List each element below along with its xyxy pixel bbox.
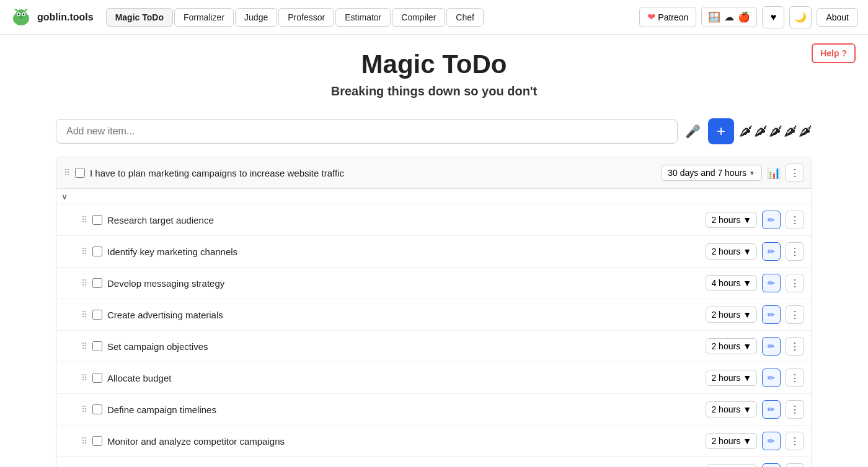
subtask-checkbox[interactable]	[92, 404, 102, 414]
patreon-button[interactable]: ❤ Patreon	[639, 7, 696, 27]
mic-button[interactable]: 🎤	[683, 121, 703, 141]
chevron-down-icon: ▼	[743, 278, 751, 288]
subtask-row: ⠿ Test different marketing approaches 3 …	[56, 457, 812, 467]
chili-3[interactable]: 🌶	[769, 123, 782, 139]
subtask-more-button[interactable]: ⋮	[786, 305, 804, 324]
chili-2[interactable]: 🌶	[754, 123, 768, 139]
chevron-down-icon: ▼	[743, 404, 751, 414]
chevron-down-icon: ▼	[743, 436, 751, 446]
subtask-time-dropdown[interactable]: 2 hours ▼	[706, 401, 757, 417]
drag-handle[interactable]: ⠿	[81, 436, 87, 446]
subtask-edit-button[interactable]: ✏	[762, 242, 781, 261]
subtask-edit-button[interactable]: ✏	[762, 463, 781, 467]
subtask-more-button[interactable]: ⋮	[786, 337, 804, 356]
subtask-more-button[interactable]: ⋮	[786, 432, 804, 450]
chili-4[interactable]: 🌶	[784, 123, 797, 139]
about-button[interactable]: About	[817, 8, 858, 27]
subtask-checkbox[interactable]	[92, 215, 102, 225]
subtask-edit-button[interactable]: ✏	[762, 400, 781, 419]
subtask-time-dropdown[interactable]: 4 hours ▼	[706, 275, 757, 291]
parent-time-dropdown[interactable]: 30 days and 7 hours ▼	[661, 165, 762, 181]
windows-icon: 🪟	[708, 11, 720, 23]
subtask-label: Set campaign objectives	[107, 341, 701, 352]
heart-button[interactable]: ♥	[762, 6, 784, 28]
subtask-time-value: 2 hours	[711, 310, 740, 320]
subtask-edit-button[interactable]: ✏	[762, 369, 781, 387]
subtask-time-dropdown[interactable]: 2 hours ▼	[706, 243, 757, 260]
subtask-label: Research target audience	[107, 215, 701, 225]
subtask-time-dropdown[interactable]: 2 hours ▼	[706, 370, 757, 386]
subtask-time-value: 2 hours	[711, 341, 740, 351]
heart-icon: ♥	[771, 12, 777, 23]
tab-estimator[interactable]: Estimator	[335, 8, 391, 27]
drag-handle[interactable]: ⠿	[81, 215, 87, 225]
subtask-edit-button[interactable]: ✏	[762, 274, 781, 292]
dark-mode-button[interactable]: 🌙	[789, 6, 812, 28]
help-button[interactable]: Help ?	[812, 43, 856, 63]
subtask-checkbox[interactable]	[92, 278, 102, 288]
expand-toggle[interactable]: ∨	[56, 189, 812, 204]
subtask-more-button[interactable]: ⋮	[786, 463, 804, 467]
subtask-label: Develop messaging strategy	[107, 278, 701, 289]
subtask-edit-button[interactable]: ✏	[762, 337, 781, 356]
svg-point-4	[18, 13, 20, 15]
parent-task-label: I have to plan marketing campaigns to in…	[90, 168, 656, 178]
subtask-more-button[interactable]: ⋮	[786, 369, 804, 387]
drag-handle[interactable]: ⠿	[81, 404, 87, 414]
drag-handle[interactable]: ⠿	[64, 168, 70, 178]
logo-link[interactable]: goblin.tools	[10, 6, 94, 28]
add-button[interactable]: +	[708, 118, 734, 144]
subtask-row: ⠿ Allocate budget 2 hours ▼ ✏ ⋮	[56, 362, 812, 394]
tab-formalizer[interactable]: Formalizer	[174, 8, 234, 27]
subtask-checkbox[interactable]	[92, 310, 102, 320]
subtask-time-dropdown[interactable]: 2 hours ▼	[706, 433, 757, 449]
drag-handle[interactable]: ⠿	[81, 341, 87, 351]
subtask-label: Define campaign timelines	[107, 404, 701, 415]
chevron-down-icon: ▼	[743, 341, 751, 351]
subtask-more-button[interactable]: ⋮	[786, 211, 804, 229]
tab-professor[interactable]: Professor	[278, 8, 334, 27]
subtask-checkbox[interactable]	[92, 247, 102, 256]
tab-judge[interactable]: Judge	[235, 8, 277, 27]
patreon-label: Patreon	[658, 12, 688, 22]
subtask-row: ⠿ Monitor and analyze competitor campaig…	[56, 426, 812, 457]
subtask-row: ⠿ Set campaign objectives 2 hours ▼ ✏ ⋮	[56, 331, 812, 362]
drag-handle[interactable]: ⠿	[81, 373, 87, 383]
new-item-input[interactable]	[56, 119, 678, 144]
subtask-time-value: 2 hours	[711, 404, 740, 414]
subtask-row: ⠿ Create advertising materials 2 hours ▼…	[56, 299, 812, 331]
drag-handle[interactable]: ⠿	[81, 278, 87, 288]
drag-handle[interactable]: ⠿	[81, 310, 87, 320]
moon-icon: 🌙	[794, 11, 807, 23]
subtask-checkbox[interactable]	[92, 373, 102, 383]
subtask-time-dropdown[interactable]: 2 hours ▼	[706, 338, 757, 354]
tab-compiler[interactable]: Compiler	[392, 8, 445, 27]
subtask-row: ⠿ Identify key marketing channels 2 hour…	[56, 236, 812, 268]
svg-point-5	[23, 13, 25, 15]
subtask-edit-button[interactable]: ✏	[762, 211, 781, 229]
chili-5[interactable]: 🌶	[799, 123, 812, 139]
subtask-more-button[interactable]: ⋮	[786, 274, 804, 292]
subtask-more-button[interactable]: ⋮	[786, 242, 804, 261]
subtask-checkbox[interactable]	[92, 436, 102, 446]
patreon-heart-icon: ❤	[647, 11, 655, 23]
chart-icon[interactable]: 📊	[767, 166, 781, 180]
subtask-edit-button[interactable]: ✏	[762, 305, 781, 324]
main-content: Magic ToDo Breaking things down so you d…	[31, 35, 837, 467]
drag-handle[interactable]: ⠿	[81, 247, 87, 256]
platform-icons: 🪟 ☁ 🍎	[701, 7, 757, 27]
subtask-more-button[interactable]: ⋮	[786, 400, 804, 419]
subtask-time-dropdown[interactable]: 3 hours ▼	[706, 465, 757, 467]
add-icon: +	[717, 123, 725, 140]
subtask-time-dropdown[interactable]: 2 hours ▼	[706, 307, 757, 323]
parent-more-button[interactable]: ⋮	[786, 164, 804, 182]
subtask-edit-button[interactable]: ✏	[762, 432, 781, 450]
subtask-time-dropdown[interactable]: 2 hours ▼	[706, 212, 757, 228]
parent-task-checkbox[interactable]	[75, 168, 85, 178]
tab-chef[interactable]: Chef	[446, 8, 484, 27]
subtask-time-value: 2 hours	[711, 436, 740, 446]
subtask-checkbox[interactable]	[92, 341, 102, 351]
chili-1[interactable]: 🌶	[739, 123, 753, 139]
tab-magic-todo[interactable]: Magic ToDo	[106, 8, 173, 27]
chevron-down-icon: ▼	[743, 247, 751, 256]
